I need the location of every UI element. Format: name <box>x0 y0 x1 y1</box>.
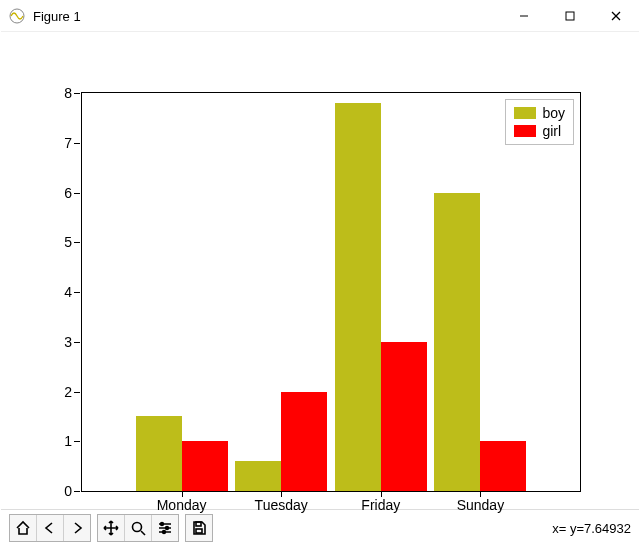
pan-button[interactable] <box>98 515 125 541</box>
y-tick-label: 2 <box>12 384 72 400</box>
y-tick <box>74 491 80 492</box>
y-tick <box>74 342 80 343</box>
chart-canvas[interactable]: boy girl 012345678MondayTuesdayFridaySun… <box>1 32 639 509</box>
legend-swatch-girl <box>514 125 536 137</box>
window-title: Figure 1 <box>33 9 81 24</box>
bar-boy <box>136 416 182 491</box>
y-tick <box>74 392 80 393</box>
svg-rect-2 <box>566 12 574 20</box>
svg-point-5 <box>133 523 142 532</box>
maximize-button[interactable] <box>547 1 593 31</box>
configure-button[interactable] <box>152 515 178 541</box>
legend-label: boy <box>542 104 565 122</box>
y-tick <box>74 242 80 243</box>
bar-boy <box>235 461 281 491</box>
cursor-status: x= y=7.64932 <box>552 521 631 536</box>
svg-point-7 <box>166 527 169 530</box>
legend-label: girl <box>542 122 561 140</box>
y-tick-label: 3 <box>12 334 72 350</box>
svg-point-6 <box>161 523 164 526</box>
zoom-button[interactable] <box>125 515 152 541</box>
y-tick-label: 1 <box>12 433 72 449</box>
legend: boy girl <box>505 99 574 145</box>
y-tick <box>74 143 80 144</box>
bar-girl <box>182 441 228 491</box>
save-button[interactable] <box>186 515 212 541</box>
titlebar: Figure 1 <box>1 1 639 32</box>
x-tick-label: Sunday <box>457 497 504 513</box>
y-tick <box>74 193 80 194</box>
tool-group-nav <box>9 514 91 542</box>
y-tick <box>74 93 80 94</box>
y-tick-label: 4 <box>12 284 72 300</box>
bar-boy <box>434 193 480 492</box>
y-tick-label: 8 <box>12 85 72 101</box>
bar-girl <box>381 342 427 491</box>
x-tick-label: Tuesday <box>255 497 308 513</box>
bar-boy <box>335 103 381 491</box>
tool-group-view <box>97 514 179 542</box>
back-button[interactable] <box>37 515 64 541</box>
minimize-button[interactable] <box>501 1 547 31</box>
app-icon <box>9 8 25 24</box>
svg-point-8 <box>163 531 166 534</box>
y-tick-label: 5 <box>12 234 72 250</box>
bar-girl <box>281 392 327 492</box>
legend-item-girl: girl <box>514 122 565 140</box>
axes: boy girl 012345678MondayTuesdayFridaySun… <box>81 92 581 492</box>
x-tick-label: Friday <box>361 497 400 513</box>
svg-rect-9 <box>196 522 201 526</box>
home-button[interactable] <box>10 515 37 541</box>
x-tick-label: Monday <box>157 497 207 513</box>
y-tick-label: 7 <box>12 135 72 151</box>
nav-toolbar: x= y=7.64932 <box>1 509 639 546</box>
close-button[interactable] <box>593 1 639 31</box>
svg-rect-10 <box>196 529 202 533</box>
y-tick <box>74 441 80 442</box>
tool-group-save <box>185 514 213 542</box>
forward-button[interactable] <box>64 515 90 541</box>
y-tick-label: 6 <box>12 185 72 201</box>
y-tick-label: 0 <box>12 483 72 499</box>
bar-girl <box>480 441 526 491</box>
y-tick <box>74 292 80 293</box>
figure-window: Figure 1 boy girl 012345678Monday <box>0 0 640 547</box>
legend-swatch-boy <box>514 107 536 119</box>
legend-item-boy: boy <box>514 104 565 122</box>
